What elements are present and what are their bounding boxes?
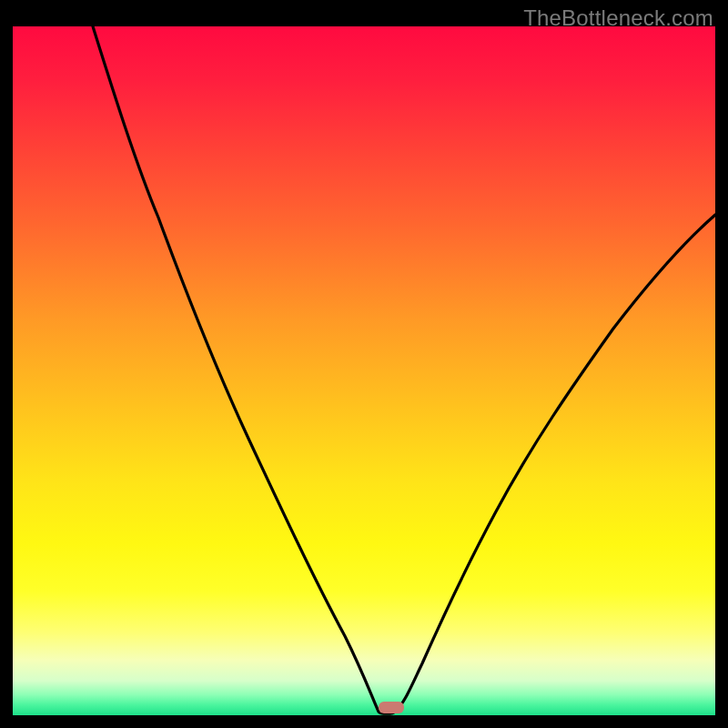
bottleneck-curve	[13, 26, 715, 715]
curve-path	[93, 26, 715, 713]
watermark-text: TheBottleneck.com	[523, 5, 713, 31]
optimal-marker	[379, 702, 404, 713]
plot-area	[13, 26, 715, 715]
